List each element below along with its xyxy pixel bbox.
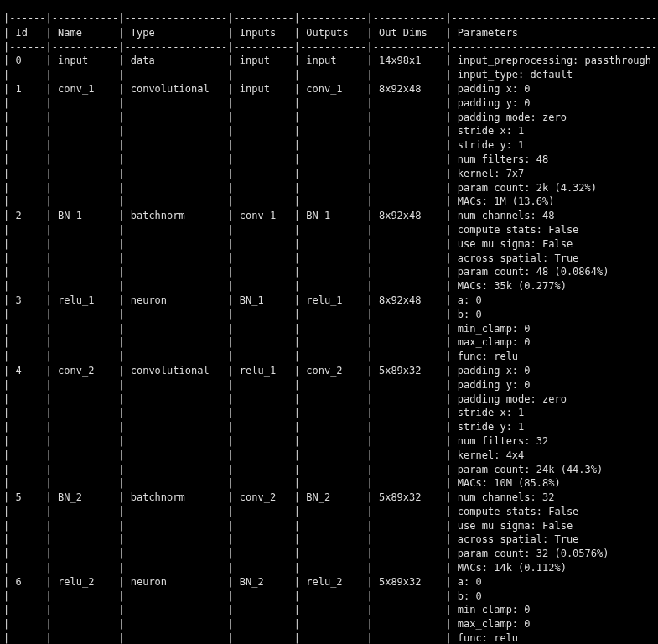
layer-spec-table: |------|-----------|-----------------|--… xyxy=(0,10,658,644)
